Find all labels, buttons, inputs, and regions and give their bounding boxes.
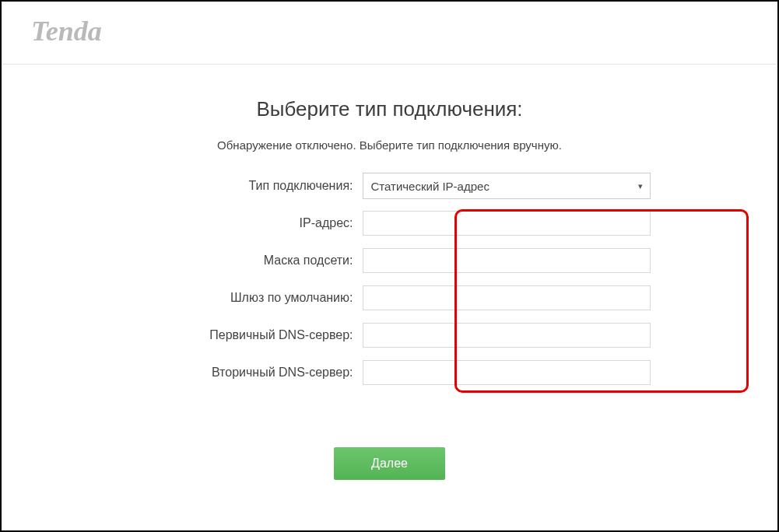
connection-type-row: Тип подключения: Статический IP-адрес bbox=[129, 167, 651, 205]
ip-address-row: IP-адрес: bbox=[129, 205, 651, 242]
secondary-dns-row: Вторичный DNS-сервер: bbox=[129, 354, 651, 391]
actions-row: Далее bbox=[2, 391, 777, 480]
subnet-mask-control bbox=[363, 248, 651, 273]
subnet-mask-label: Маска подсети: bbox=[129, 254, 363, 268]
next-button[interactable]: Далее bbox=[334, 447, 445, 480]
default-gateway-control bbox=[363, 285, 651, 310]
ip-address-control bbox=[363, 211, 651, 236]
page-title: Выберите тип подключения: bbox=[2, 97, 777, 121]
connection-type-control: Статический IP-адрес bbox=[363, 173, 651, 199]
brand-text: Tenda bbox=[31, 16, 102, 47]
connection-type-select[interactable]: Статический IP-адрес bbox=[363, 173, 651, 199]
form-area: Тип подключения: Статический IP-адрес IP… bbox=[129, 167, 651, 391]
header: Tenda bbox=[2, 2, 777, 65]
primary-dns-label: Первичный DNS-сервер: bbox=[129, 328, 363, 342]
secondary-dns-input[interactable] bbox=[363, 360, 651, 385]
brand-logo: Tenda bbox=[31, 16, 142, 50]
secondary-dns-control bbox=[363, 360, 651, 385]
primary-dns-input[interactable] bbox=[363, 323, 651, 348]
ip-address-input[interactable] bbox=[363, 211, 651, 236]
primary-dns-control bbox=[363, 323, 651, 348]
default-gateway-label: Шлюз по умолчанию: bbox=[129, 291, 363, 305]
primary-dns-row: Первичный DNS-сервер: bbox=[129, 317, 651, 354]
secondary-dns-label: Вторичный DNS-сервер: bbox=[129, 366, 363, 380]
default-gateway-input[interactable] bbox=[363, 285, 651, 310]
connection-type-label: Тип подключения: bbox=[129, 179, 363, 193]
subnet-mask-row: Маска подсети: bbox=[129, 242, 651, 279]
default-gateway-row: Шлюз по умолчанию: bbox=[129, 279, 651, 317]
page-subtitle: Обнаружение отключено. Выберите тип подк… bbox=[2, 138, 777, 152]
ip-address-label: IP-адрес: bbox=[129, 216, 363, 230]
main-content: Выберите тип подключения: Обнаружение от… bbox=[2, 65, 777, 480]
subnet-mask-input[interactable] bbox=[363, 248, 651, 273]
